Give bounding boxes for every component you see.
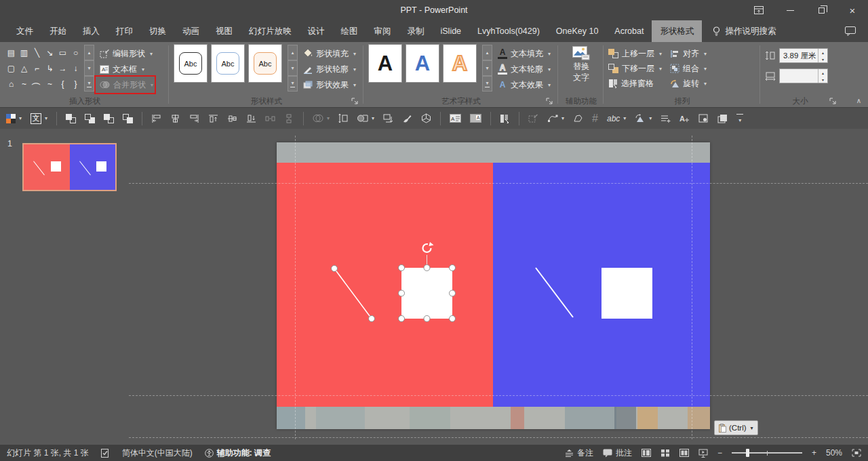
align-button[interactable]: 对齐▾ xyxy=(670,46,707,61)
text-box-button[interactable]: A 文本框▾ xyxy=(100,62,153,77)
edit-shape-tool-button[interactable] xyxy=(528,114,538,123)
rounded-rectangle-shape-icon[interactable]: ▢ xyxy=(5,60,18,76)
resize-handle-w[interactable] xyxy=(399,290,405,296)
text-fill-button[interactable]: A 文本填充▾ xyxy=(498,46,551,61)
shape-outline-button[interactable]: 形状轮廓▾ xyxy=(303,62,356,77)
size-dialog-launcher[interactable] xyxy=(829,98,837,105)
line-arrow-shape-icon[interactable]: ↘ xyxy=(43,45,56,60)
tab-transitions[interactable]: 切换 xyxy=(141,20,174,42)
zoom-out-button[interactable]: − xyxy=(717,448,722,458)
shape-style-more[interactable]: ▾ xyxy=(288,76,298,92)
tab-file[interactable]: 文件 xyxy=(8,20,41,42)
tab-onekey[interactable]: OneKey 10 xyxy=(548,20,607,42)
rotation-handle[interactable] xyxy=(423,242,434,252)
tab-acrobat[interactable]: Acrobat xyxy=(606,20,652,42)
language-button[interactable]: 简体中文(中国大陆) xyxy=(122,447,193,459)
left-brace-shape-icon[interactable]: { xyxy=(56,76,69,92)
equal-size-button[interactable] xyxy=(338,113,348,123)
ribbon-display-options-button[interactable] xyxy=(743,0,774,20)
rotate-button[interactable]: 旋转▾ xyxy=(670,76,707,91)
arc-shape-icon[interactable]: ( xyxy=(29,77,45,90)
zoom-level[interactable]: 50% xyxy=(826,448,842,458)
width-spinner[interactable]: ▴▾ xyxy=(818,69,827,83)
selected-square-shape[interactable] xyxy=(401,268,452,319)
tab-islide[interactable]: iSlide xyxy=(433,20,470,42)
tab-design[interactable]: 设计 xyxy=(300,20,333,42)
selection-pane-button[interactable]: 选择窗格 xyxy=(608,76,662,91)
restore-button[interactable] xyxy=(806,0,837,20)
shape-style-preview-3[interactable]: Abc xyxy=(248,44,282,83)
square-shape-blue-side[interactable] xyxy=(601,268,652,319)
shape-style-scroll-up[interactable]: ▴ xyxy=(288,45,298,60)
slide-sorter-view-button[interactable] xyxy=(660,449,670,457)
bring-to-front-button[interactable] xyxy=(66,114,76,123)
wordart-dialog-launcher[interactable] xyxy=(546,98,553,105)
distribute-horizontal-button[interactable] xyxy=(265,114,275,123)
tab-animations[interactable]: 动画 xyxy=(174,20,208,42)
zoom-slider-handle[interactable] xyxy=(746,449,749,457)
comments-button[interactable]: 批注 xyxy=(603,447,632,459)
shape-style-scroll-down[interactable]: ▾ xyxy=(288,60,298,76)
reading-view-button[interactable] xyxy=(679,449,689,457)
line-endpoint-handle[interactable] xyxy=(369,316,375,322)
merge-shapes-tool-button[interactable]: ▾ xyxy=(313,114,330,123)
fit-to-window-button[interactable] xyxy=(852,449,861,457)
distribute-vertical-button[interactable] xyxy=(284,114,294,123)
zoom-slider[interactable] xyxy=(732,448,802,458)
resize-handle-nw[interactable] xyxy=(399,265,405,271)
slide-counter[interactable]: 幻灯片 第 1 张, 共 1 张 xyxy=(7,447,89,459)
collapse-ribbon-button[interactable]: ∧ xyxy=(856,97,861,104)
slide-thumbnail-1[interactable] xyxy=(22,143,117,191)
resize-handle-s[interactable] xyxy=(424,316,430,322)
align-right-button[interactable] xyxy=(189,114,199,123)
toolbar-overflow-button[interactable]: ▾ xyxy=(736,114,743,123)
text-box-shape-icon[interactable]: ▤ xyxy=(5,45,18,60)
align-top-button[interactable] xyxy=(208,114,218,123)
down-arrow-shape-icon[interactable]: ↓ xyxy=(69,60,82,76)
paste-options-button[interactable]: (Ctrl) ▾ xyxy=(714,420,758,435)
shape-effects-button[interactable]: 形状效果▾ xyxy=(303,77,356,92)
freeform-shape-icon[interactable]: ⌂ xyxy=(5,76,18,92)
reset-picture-button[interactable] xyxy=(698,114,709,123)
elbow-connector-shape-icon[interactable]: ⌐ xyxy=(31,60,43,76)
align-bottom-button[interactable] xyxy=(246,114,256,123)
tab-print[interactable]: 打印 xyxy=(108,20,141,42)
send-to-back-button[interactable] xyxy=(85,114,95,123)
merge-shapes-button[interactable]: 合并形状▾ xyxy=(100,77,153,92)
freeform-tool-button[interactable] xyxy=(573,114,583,123)
shape-fill-button[interactable]: 形状填充▾ xyxy=(303,46,356,61)
close-button[interactable]: × xyxy=(837,0,868,20)
send-backward-button[interactable]: 下移一层▾ xyxy=(608,61,662,76)
horizontal-text-box-button[interactable]: A xyxy=(450,114,461,123)
tab-insert[interactable]: 插入 xyxy=(75,20,108,42)
zoom-in-button[interactable]: + xyxy=(812,448,816,458)
gallery-more-button[interactable]: ▾ xyxy=(84,76,94,92)
shape-style-preview-1[interactable]: Abc xyxy=(174,44,208,83)
comments-toggle-button[interactable] xyxy=(845,20,856,42)
line-shape-blue-side[interactable] xyxy=(536,268,573,317)
shape-height-field[interactable]: 3.89 厘米 ▴▾ xyxy=(779,48,828,63)
resize-handle-e[interactable] xyxy=(450,290,456,296)
tab-view[interactable]: 视图 xyxy=(208,20,241,42)
notes-button[interactable]: 备注 xyxy=(565,447,593,459)
tab-shape-format[interactable]: 形状格式 xyxy=(652,20,702,42)
spellcheck-button[interactable] xyxy=(101,449,110,458)
alt-text-button[interactable]: 替换 文字 xyxy=(564,46,599,82)
group-objects-button[interactable]: 组合▾ xyxy=(670,61,707,76)
tab-draw[interactable]: 绘图 xyxy=(333,20,366,42)
line-shape-icon[interactable]: ╲ xyxy=(31,45,43,60)
shape-style-preview-2[interactable]: Abc xyxy=(211,44,245,83)
resize-handle-ne[interactable] xyxy=(450,265,456,271)
tab-review[interactable]: 审阅 xyxy=(366,20,399,42)
resize-handle-n[interactable] xyxy=(424,265,430,271)
wordart-preview-1[interactable]: A xyxy=(368,44,402,83)
wordart-preview-2[interactable]: A xyxy=(406,44,439,83)
slide-canvas[interactable]: (Ctrl) ▾ xyxy=(129,129,868,445)
hash-tool-button[interactable]: # xyxy=(592,113,598,125)
selected-line-shape[interactable] xyxy=(334,268,372,319)
right-arrow-shape-icon[interactable]: → xyxy=(56,60,69,76)
shape-width-field[interactable]: ▴▾ xyxy=(779,68,828,83)
normal-view-button[interactable] xyxy=(642,449,651,457)
replace-image-button[interactable] xyxy=(383,114,393,123)
theme-colors-button[interactable]: ▾ xyxy=(6,114,22,123)
